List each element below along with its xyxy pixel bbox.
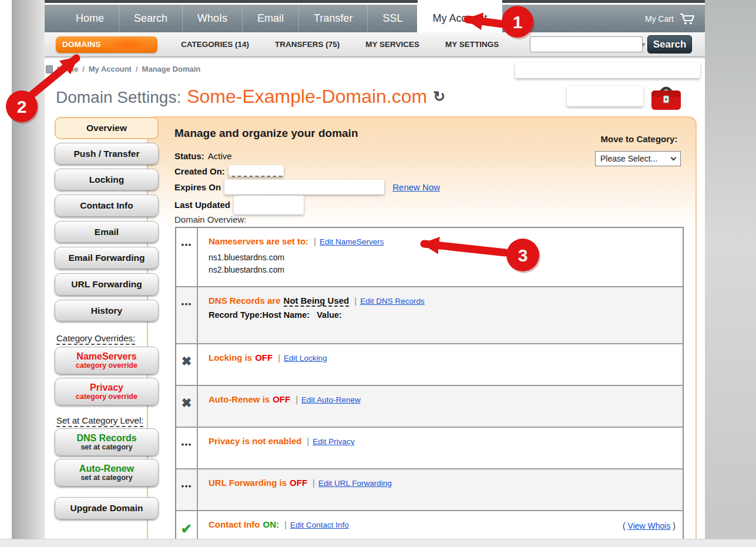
sidebar-item-nameservers-override[interactable]: NameServers category override	[55, 347, 159, 374]
table-row-privacy: Privacy is not enabled|Edit Privacy	[176, 428, 683, 469]
cart-icon	[679, 12, 695, 25]
refresh-icon[interactable]: ↻	[433, 88, 445, 105]
x-mark-icon	[182, 354, 192, 385]
content-heading: Manage and organize your domain	[174, 127, 358, 140]
edit-contact-info-link[interactable]: Edit Contact Info	[290, 521, 349, 529]
edit-url-forwarding-link[interactable]: Edit URL Forwarding	[318, 479, 392, 488]
set-at-category-heading: Set at Category Level:	[56, 415, 143, 425]
row-status: Not Being Used	[284, 296, 350, 307]
table-row-auto-renew: Auto-Renew isOFF|Edit Auto-Renew	[176, 386, 683, 428]
table-row-dns-records: DNS Records areNot Being Used|Edit DNS R…	[176, 287, 683, 344]
search-button[interactable]: Search	[647, 35, 692, 53]
page: Home Search WhoIs Email Transfer SSL My …	[45, 0, 705, 539]
sidebar-item-history[interactable]: History	[55, 300, 159, 321]
subnav-items: CATEGORIES (14) TRANSFERS (75) MY SERVIC…	[181, 40, 499, 49]
search-input[interactable]	[530, 37, 641, 52]
sidebar-item-overview[interactable]: Overview	[55, 117, 159, 139]
nav-tab-email[interactable]: Email	[242, 5, 298, 32]
redacted-updated-date	[234, 196, 304, 214]
redacted-domains-count	[105, 38, 154, 52]
toolbox-icon[interactable]	[649, 83, 684, 115]
nav-tab-home[interactable]: Home	[61, 5, 119, 32]
subnav-item-my-settings[interactable]: MY SETTINGS	[445, 40, 499, 49]
nav-tab-my-account[interactable]: My Account	[417, 5, 502, 32]
move-to-category-label: Move to Category:	[595, 134, 683, 144]
redacted-expires-date	[224, 180, 384, 194]
sidebar-item-auto-renew-category[interactable]: Auto-Renew set at category	[55, 459, 159, 486]
nav-tab-search[interactable]: Search	[119, 5, 182, 32]
table-row-url-forwarding: URL Forwarding isOFF|Edit URL Forwarding	[176, 469, 683, 511]
breadcrumb-home[interactable]: Home	[57, 65, 78, 73]
breadcrumb: Home / My Account / Manage Domain	[46, 65, 200, 73]
dots-icon	[181, 479, 191, 510]
renew-now-link[interactable]: Renew Now	[392, 182, 440, 192]
window-right-margin	[705, 0, 756, 539]
top-nav: Home Search WhoIs Email Transfer SSL My …	[45, 5, 705, 32]
row-title: Privacy is not enabled	[209, 436, 301, 446]
window-left-margin	[12, 0, 45, 539]
row-status: OFF	[273, 394, 290, 404]
sidebar-item-dns-records-category[interactable]: DNS Records set at category	[55, 428, 159, 456]
category-select-value: Please Select...	[600, 154, 657, 163]
breadcrumb-separator: /	[136, 65, 138, 73]
search-combobox[interactable]: ▼	[530, 36, 643, 52]
page-top-edge	[45, 0, 705, 3]
edit-privacy-link[interactable]: Edit Privacy	[313, 437, 354, 446]
status-value: Active	[208, 151, 232, 161]
redacted-created-date	[229, 165, 284, 177]
dns-record-columns: Record Type:Host Name: Value:	[209, 310, 673, 320]
sidebar-item-email-forwarding[interactable]: Email Forwarding	[55, 247, 159, 269]
dots-icon	[181, 297, 191, 343]
category-overrides-heading: Category Overrides:	[56, 333, 135, 343]
sidebar-item-upgrade-domain[interactable]: Upgrade Domain	[55, 497, 159, 519]
row-title: Locking is	[209, 353, 252, 363]
subnav-item-categories[interactable]: CATEGORIES (14)	[181, 40, 249, 49]
domain-overview-label: Domain Overview:	[174, 214, 247, 224]
breadcrumb-my-account[interactable]: My Account	[89, 65, 132, 73]
domains-label: DOMAINS	[62, 40, 101, 49]
subnav-item-transfers[interactable]: TRANSFERS (75)	[275, 40, 340, 49]
domain-overview-table: Nameservers are set to:|Edit NameServers…	[175, 227, 684, 539]
nav-tab-transfer[interactable]: Transfer	[298, 5, 367, 32]
row-status: OFF	[255, 353, 273, 363]
nameserver-1: ns1.bluestardns.com	[209, 251, 673, 264]
page-title-prefix: Domain Settings:	[56, 88, 181, 107]
domain-status-block: Status: Active Created On: Expires On Re…	[174, 148, 440, 214]
edit-auto-renew-link[interactable]: Edit Auto-Renew	[301, 395, 361, 404]
table-row-contact-info: Contact InfoON:|Edit Contact Info ( View…	[176, 511, 683, 539]
domain-name: Some-Example-Domain.com	[187, 86, 427, 108]
chevron-down-icon	[671, 155, 677, 160]
edit-dns-records-link[interactable]: Edit DNS Records	[360, 297, 425, 306]
edit-nameservers-link[interactable]: Edit NameServers	[320, 237, 384, 246]
expires-on-label: Expires On	[174, 182, 221, 192]
x-mark-icon	[182, 396, 192, 427]
content-panel: Manage and organize your domain Move to …	[147, 116, 697, 539]
my-cart-label: My Cart	[645, 14, 674, 24]
edit-locking-link[interactable]: Edit Locking	[284, 354, 327, 363]
nav-tab-whois[interactable]: WhoIs	[182, 5, 242, 32]
sidebar-item-push-transfer[interactable]: Push / Transfer	[55, 143, 159, 165]
sidebar-item-locking[interactable]: Locking	[55, 169, 159, 190]
view-whois-link[interactable]: View Whois	[628, 521, 671, 531]
last-updated-label: Last Updated	[174, 200, 230, 210]
redacted-box-top-right	[515, 63, 700, 78]
redacted-box-title-right	[567, 86, 643, 106]
sidebar-item-privacy-override[interactable]: Privacy category override	[55, 378, 159, 405]
subnav-item-domains[interactable]: DOMAINS	[56, 36, 157, 53]
subnav-search-area: ▼ Search	[530, 35, 705, 53]
my-cart[interactable]: My Cart	[645, 5, 705, 32]
home-page-icon	[46, 65, 53, 73]
table-row-locking: Locking isOFF|Edit Locking	[176, 344, 683, 386]
sidebar-item-email[interactable]: Email	[55, 221, 159, 243]
breadcrumb-manage-domain: Manage Domain	[142, 65, 201, 73]
check-icon	[181, 521, 192, 539]
window-bottom-margin	[0, 539, 756, 547]
subnav-item-my-services[interactable]: MY SERVICES	[365, 40, 419, 49]
category-select[interactable]: Please Select...	[595, 151, 681, 166]
nav-tab-ssl[interactable]: SSL	[367, 5, 417, 32]
table-row-nameservers: Nameservers are set to:|Edit NameServers…	[176, 228, 683, 287]
created-on-label: Created On:	[174, 166, 225, 176]
row-title: URL Forwarding is	[209, 478, 287, 488]
sidebar-item-contact-info[interactable]: Contact Info	[55, 194, 159, 217]
sidebar-item-url-forwarding[interactable]: URL Forwarding	[55, 273, 159, 296]
